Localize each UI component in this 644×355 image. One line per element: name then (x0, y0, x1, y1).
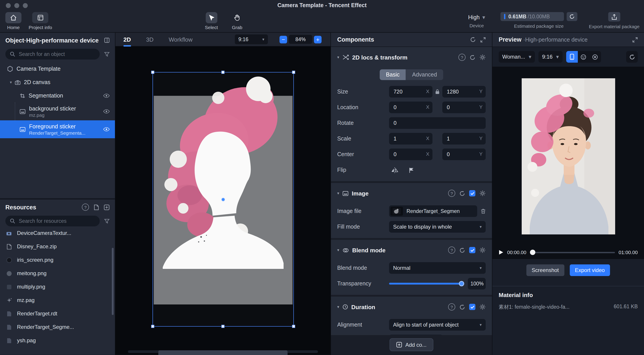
help-icon[interactable] (458, 54, 466, 61)
resize-handle[interactable] (292, 71, 295, 74)
export-package-button[interactable] (608, 12, 620, 22)
canvas-horizontal-scrollbar[interactable] (128, 350, 318, 353)
gear-icon[interactable] (480, 247, 486, 253)
reset-icon[interactable] (470, 54, 476, 60)
home-button[interactable]: Home (5, 12, 22, 30)
object-search-input[interactable] (5, 49, 100, 60)
flip-vertical-icon[interactable] (408, 167, 414, 173)
resize-handle[interactable] (222, 71, 224, 74)
refresh-preview-button[interactable] (626, 51, 638, 63)
import-file-icon[interactable] (94, 204, 99, 210)
refresh-package-button[interactable] (567, 12, 577, 21)
object-search[interactable] (5, 49, 100, 60)
tree-item-segmentation[interactable]: Segmentation (0, 89, 115, 103)
resize-handle[interactable] (222, 325, 224, 328)
seek-knob[interactable] (530, 249, 535, 255)
resource-item[interactable]: iris_screen.png (0, 253, 115, 267)
tab-basic[interactable]: Basic (380, 69, 406, 80)
eye-visibility-icon[interactable] (103, 109, 110, 114)
lock-ratio-icon[interactable] (432, 89, 442, 94)
resource-search[interactable] (5, 216, 100, 226)
help-icon[interactable] (448, 190, 455, 197)
transparency-value[interactable]: 100% (468, 278, 486, 289)
filter-icon[interactable] (104, 52, 110, 57)
caret-down-icon[interactable]: ▾ (337, 248, 339, 252)
tree-item-2d-canvas[interactable]: ▾ 2D canvas (0, 76, 115, 89)
gear-icon[interactable] (480, 304, 486, 310)
tree-item-camera-template[interactable]: Camera Template (0, 62, 115, 76)
eye-visibility-icon[interactable] (103, 94, 110, 98)
resize-handle[interactable] (151, 325, 154, 328)
model-select[interactable]: Woman... ▾ (499, 51, 535, 63)
project-info-button[interactable]: Project info (28, 12, 52, 30)
filter-icon[interactable] (104, 219, 110, 223)
export-video-button[interactable]: Export video (570, 264, 610, 276)
reset-icon[interactable] (459, 304, 465, 310)
expand-panel-icon[interactable] (480, 37, 486, 42)
face-preview-button[interactable] (578, 51, 589, 63)
resource-item[interactable]: mz.pag (0, 293, 115, 307)
caret-down-icon[interactable]: ▾ (337, 305, 339, 309)
gear-icon[interactable] (480, 190, 486, 196)
zoom-window-button[interactable] (23, 3, 28, 8)
play-button[interactable] (499, 250, 504, 255)
aperture-preview-button[interactable] (589, 51, 601, 63)
zoom-level[interactable]: 84% (289, 35, 312, 44)
resources-scrollbar[interactable] (112, 248, 114, 315)
resource-item[interactable]: Disney_Face.zip (0, 240, 115, 253)
flip-horizontal-icon[interactable] (391, 167, 398, 173)
resize-handle[interactable] (151, 71, 154, 74)
grab-tool-button[interactable]: Grab (231, 12, 243, 30)
rotate-input[interactable] (389, 117, 486, 129)
trash-icon[interactable] (481, 208, 486, 214)
phone-preview-button[interactable] (566, 51, 578, 63)
tab-advanced[interactable]: Advanced (406, 69, 443, 80)
transparency-slider[interactable] (389, 278, 463, 289)
help-icon[interactable] (448, 303, 455, 310)
resource-search-input[interactable] (5, 216, 100, 226)
add-component-button[interactable]: Add co... (390, 338, 433, 351)
caret-down-icon[interactable]: ▾ (337, 191, 339, 195)
caret-down-icon[interactable]: ▾ (10, 80, 12, 85)
expand-panel-icon[interactable] (632, 37, 638, 42)
alignment-select[interactable]: Align to start of parent object ▾ (389, 319, 486, 331)
component-enabled-checkbox[interactable] (469, 247, 476, 253)
add-resource-icon[interactable] (104, 204, 110, 210)
component-enabled-checkbox[interactable] (469, 190, 476, 196)
components-scroll[interactable]: ▾ 2D locs & transform Basic Advanced (331, 47, 492, 354)
resource-item[interactable]: DeviceCameraTextur... (0, 226, 115, 240)
collapse-panel-icon[interactable] (104, 38, 110, 43)
caret-down-icon[interactable]: ▾ (337, 55, 339, 60)
zoom-in-button[interactable]: + (314, 36, 322, 43)
eye-visibility-icon[interactable] (103, 127, 110, 132)
reset-icon[interactable] (459, 190, 465, 196)
tab-3d[interactable]: 3D (146, 33, 154, 46)
help-icon[interactable] (448, 246, 455, 254)
resource-item[interactable]: RenderTarget.rdt (0, 307, 115, 320)
resource-item[interactable]: ysh.pag (0, 334, 115, 347)
screenshot-button[interactable]: Screenshot (526, 264, 564, 276)
tab-2d[interactable]: 2D (124, 33, 131, 46)
help-icon[interactable] (82, 204, 89, 211)
resource-item[interactable]: multiply.png (0, 280, 115, 293)
resource-item[interactable]: meitong.png (0, 267, 115, 280)
tree-item-foreground-sticker[interactable]: Foreground sticker RenderTarget_Segmenta… (0, 120, 115, 138)
zoom-out-button[interactable]: − (280, 36, 287, 43)
component-enabled-checkbox[interactable] (469, 304, 476, 310)
fill-mode-select[interactable]: Scale to display in whole ▾ (389, 221, 486, 233)
preview-aspect-select[interactable]: 9:16 ▾ (538, 51, 562, 63)
select-tool-button[interactable]: Select (205, 12, 218, 30)
scrollbar-thumb[interactable] (158, 350, 288, 355)
slider-knob[interactable] (459, 281, 464, 286)
tab-workflow[interactable]: Workflow (169, 33, 192, 46)
close-window-button[interactable] (6, 3, 11, 8)
gear-icon[interactable] (480, 54, 486, 60)
device-select[interactable]: High ▾ Device (468, 14, 485, 28)
editor-canvas[interactable] (116, 47, 330, 354)
aspect-ratio-select[interactable]: 9:16 ▾ (235, 35, 268, 44)
image-file-field[interactable]: RenderTarget_Segmen (389, 205, 477, 217)
resource-item[interactable]: RenderTarget_Segme... (0, 320, 115, 334)
resize-handle[interactable] (292, 325, 295, 328)
reset-components-icon[interactable] (470, 37, 476, 43)
blend-mode-select[interactable]: Normal ▾ (389, 262, 486, 274)
